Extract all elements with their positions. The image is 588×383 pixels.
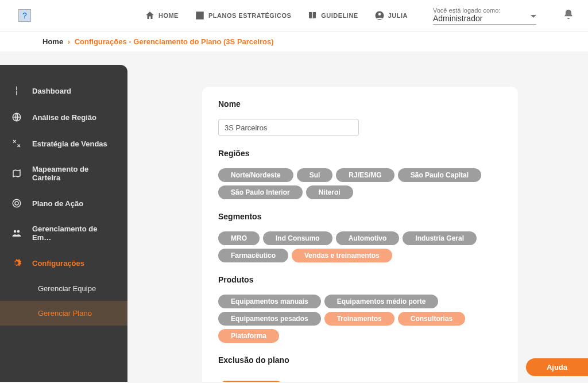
product-chip[interactable]: Equipamentos manuais [218,295,321,308]
book-icon [307,10,318,21]
region-chip[interactable]: Norte/Nordeste [218,168,293,182]
segments-chips: MROInd ConsumoAutomotivoIndustria GeralF… [218,231,502,262]
breadcrumb: Home › Configurações - Gerenciamento do … [0,32,588,52]
segment-chip[interactable]: Industria Geral [403,231,477,245]
plan-card: Nome Regiões Norte/NordesteSulRJ/ES/MGSã… [202,87,518,382]
sidebar-item-label: Estratégia de Vendas [32,140,107,148]
sidebar-item-gerenciamento[interactable]: Gerenciamento de Em… [0,216,127,250]
breadcrumb-home[interactable]: Home [42,37,63,46]
exclusion-section-title: Exclusão do plano [218,355,502,365]
nav-guideline-label: GUIDELINE [321,12,358,19]
products-chips: Equipamentos manuaisEquipamentos médio p… [218,295,502,343]
products-section-title: Produtos [218,275,502,284]
home-icon [145,10,155,21]
top-nav: HOME PLANOS ESTRATÉGICOS GUIDELINE JULIA… [145,7,574,25]
topbar: ? HOME PLANOS ESTRATÉGICOS GUIDELINE JUL… [0,0,588,32]
region-chip[interactable]: RJ/ES/MG [336,168,394,182]
sidebar-item-label: Dashboard [32,87,71,95]
dashboard-icon [11,86,22,96]
delete-button[interactable]: Excluir [218,381,284,382]
svg-point-1 [378,13,381,16]
sidebar-item-plano[interactable]: Plano de Ação [0,190,127,216]
sidebar-item-label: Mapeamento de Carteira [32,165,116,182]
segment-chip[interactable]: Farmacêutico [218,249,288,262]
region-chip[interactable]: Sul [297,168,333,182]
sidebar: Dashboard Análise de Região Estratégia d… [0,65,127,382]
product-chip[interactable]: Plataforma [218,329,279,343]
role-value: Administrador [433,14,536,23]
sidebar-item-label: Gerenciamento de Em… [32,225,116,242]
gear-icon [11,258,22,268]
sidebar-item-label: Configurações [32,259,84,268]
sidebar-item-label: Análise de Região [32,113,96,122]
regions-chips: Norte/NordesteSulRJ/ES/MGSão Paulo Capit… [218,168,502,199]
breadcrumb-separator: › [68,37,70,46]
svg-point-3 [13,199,21,207]
product-chip[interactable]: Treinamentos [324,312,394,326]
sidebar-item-dashboard[interactable]: Dashboard [0,78,127,104]
nav-planos-label: PLANOS ESTRATÉGICOS [208,12,291,19]
nav-home[interactable]: HOME [145,10,179,21]
sidebar-sub-plano[interactable]: Gerenciar Plano [0,301,127,326]
app-logo: ? [18,9,31,22]
nav-guideline[interactable]: GUIDELINE [307,10,358,21]
breadcrumb-current: Configurações - Gerenciamento do Plano (… [75,37,274,46]
segment-chip[interactable]: Automotivo [336,231,400,245]
segment-chip[interactable]: Ind Consumo [263,231,332,245]
target-icon [11,198,22,208]
chevron-down-icon [531,15,536,21]
user-icon [374,10,385,21]
region-chip[interactable]: Niteroi [306,185,353,199]
region-chip[interactable]: São Paulo Interior [218,185,303,199]
segment-chip[interactable]: Vendas e treinamentos [292,249,392,262]
help-button[interactable]: Ajuda [526,358,588,376]
product-chip[interactable]: Equipamentos pesados [218,312,321,326]
sidebar-item-estrategia[interactable]: Estratégia de Vendas [0,130,127,157]
region-chip[interactable]: São Paulo Capital [398,168,481,182]
segment-chip[interactable]: MRO [218,231,260,245]
product-chip[interactable]: Consultorias [398,312,465,326]
svg-point-5 [14,230,17,233]
name-section-title: Nome [218,99,502,109]
nav-home-label: HOME [158,12,179,19]
sidebar-item-regiao[interactable]: Análise de Região [0,104,127,130]
svg-point-6 [17,230,20,233]
plan-name-input[interactable] [218,119,359,136]
chart-icon [195,10,205,21]
team-icon [11,228,22,238]
regions-section-title: Regiões [218,149,502,158]
svg-point-4 [15,202,18,205]
nav-user-label: JULIA [388,12,408,19]
sidebar-item-mapeamento[interactable]: Mapeamento de Carteira [0,157,127,190]
bell-icon [563,9,574,20]
nav-planos[interactable]: PLANOS ESTRATÉGICOS [195,10,291,21]
sidebar-sub-equipe[interactable]: Gerenciar Equipe [0,276,127,301]
notifications-button[interactable] [563,9,574,22]
product-chip[interactable]: Equipamentos médio porte [324,295,439,308]
role-select[interactable]: Você está logado como: Administrador [433,7,536,25]
strategy-icon [11,138,22,149]
sidebar-item-configuracoes[interactable]: Configurações [0,250,127,276]
segments-section-title: Segmentos [218,212,502,221]
nav-user[interactable]: JULIA [374,10,408,21]
login-label: Você está logado como: [433,7,536,14]
globe-icon [11,112,22,122]
map-icon [11,168,22,179]
content-area: Nome Regiões Norte/NordesteSulRJ/ES/MGSã… [127,52,588,382]
sidebar-item-label: Plano de Ação [32,199,83,208]
